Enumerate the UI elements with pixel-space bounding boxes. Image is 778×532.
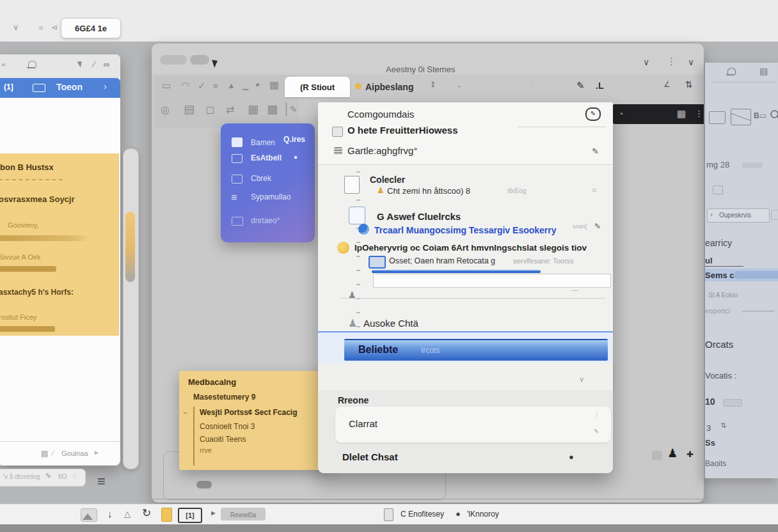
photo-icon[interactable] bbox=[81, 508, 97, 522]
top-chip[interactable]: 6G£4 1e bbox=[61, 18, 121, 38]
tab-active[interactable]: (R Stiout bbox=[285, 77, 350, 97]
yellow-field-label: rostiut Ficey bbox=[0, 313, 36, 321]
grid-dense-icon[interactable]: ▩ bbox=[267, 104, 278, 115]
chevron-right-icon[interactable]: › bbox=[104, 82, 107, 91]
rule bbox=[705, 266, 743, 267]
hamburger-menu-icon[interactable]: ≡ bbox=[97, 474, 106, 489]
group-title[interactable]: Colecler bbox=[370, 175, 405, 185]
underscore-icon[interactable]: ▁ bbox=[242, 82, 248, 90]
pen-icon[interactable]: ✎ bbox=[290, 105, 298, 114]
recycle-icon[interactable]: ↻ bbox=[142, 508, 151, 519]
circle-icon[interactable]: ○ bbox=[592, 186, 596, 194]
thumbnail-icon[interactable] bbox=[369, 256, 386, 269]
table-icon[interactable]: ▦ bbox=[269, 80, 279, 90]
book-icon[interactable]: ▤ bbox=[759, 66, 768, 75]
pencil-icon[interactable]: ✎ bbox=[576, 81, 585, 90]
more-menu-icon[interactable]: ⋮ bbox=[695, 109, 703, 118]
align-icon[interactable]: ≡ bbox=[213, 82, 218, 90]
selected-chip bbox=[734, 271, 778, 279]
left-footer-label[interactable]: Gouinaa bbox=[61, 450, 88, 457]
titlebar-pill-1[interactable] bbox=[160, 55, 187, 65]
group-title[interactable]: IpOeheryvrig oc Coiam 6Art hmvnlngschsla… bbox=[354, 243, 587, 253]
blue-panel-item[interactable]: Cbrek bbox=[251, 174, 271, 183]
chevron-down-icon[interactable]: ∨ bbox=[643, 58, 649, 66]
blue-panel-item[interactable]: EsAtbell bbox=[251, 153, 282, 162]
grid-icon[interactable]: ▦ bbox=[677, 109, 686, 118]
highlight-bar[interactable]: Beliebte Ircots bbox=[344, 339, 608, 361]
sort-az-icon[interactable]: ⇅ bbox=[685, 80, 693, 89]
dot-icon: ● bbox=[457, 84, 460, 88]
menu-item[interactable]: Ccomgoumdais bbox=[347, 109, 414, 120]
link-text[interactable]: Trcaarl Muangocsimg Tessargiv Esookerry bbox=[374, 225, 557, 235]
pen-icon[interactable]: ∕ bbox=[93, 60, 95, 68]
vocatis-label[interactable]: Vocatis : bbox=[705, 371, 736, 380]
pencil-icon[interactable]: ✎ bbox=[594, 223, 601, 230]
questions-button[interactable]: › Oupeskrvis bbox=[707, 208, 770, 223]
main-toolbar: ▭ ◠ ✓ ≡ ▲ ▁ ● ▦ ◎ ▤ ◻ ⇄ ▦ ▩ │ ✎ bbox=[154, 75, 299, 128]
bell-icon[interactable] bbox=[28, 61, 36, 67]
scrollbar-thumb[interactable] bbox=[125, 212, 135, 282]
blue-panel-item[interactable]: dnrtaeo° bbox=[251, 216, 280, 225]
footer-square-icon[interactable] bbox=[652, 451, 662, 460]
shape-icon[interactable]: ▲ bbox=[227, 81, 235, 90]
group-subtitle[interactable]: Cht zemi hn åttscoo) 8 bbox=[387, 186, 470, 196]
yellow-doc-icon[interactable] bbox=[161, 508, 172, 522]
yellow-field-label: Goovieny, bbox=[8, 221, 39, 229]
tab-dot-icon bbox=[355, 83, 361, 90]
equals-icon[interactable]: = bbox=[38, 24, 44, 32]
titlebar-pill-2[interactable] bbox=[190, 55, 209, 65]
chevron-down-icon[interactable]: ∨ bbox=[688, 58, 694, 66]
ac-box-icon[interactable] bbox=[709, 111, 726, 124]
search-icon[interactable] bbox=[770, 110, 778, 118]
square-icon[interactable]: ◻ bbox=[205, 104, 214, 115]
blue-panel-item[interactable]: Sypamullao bbox=[251, 192, 291, 201]
highlight-row[interactable]: Beliebte Ircots bbox=[318, 331, 613, 366]
cursor-icon bbox=[77, 59, 84, 67]
menu-item-delete[interactable]: Dlelet Chsat bbox=[342, 451, 398, 462]
record-icon: ○ bbox=[530, 82, 534, 88]
left-window-header[interactable]: (1] Toeon › bbox=[0, 78, 120, 98]
pencil-icon[interactable]: ✎ bbox=[45, 473, 51, 480]
target-icon[interactable]: ◎ bbox=[161, 105, 170, 115]
task-chip[interactable]: Rewwl0a bbox=[221, 508, 266, 520]
label-icon[interactable]: .L bbox=[596, 81, 603, 91]
comment-icon[interactable]: ▭ bbox=[162, 81, 171, 90]
menu-item[interactable]: Gartle:aghgfrvg° bbox=[347, 145, 417, 156]
chevron-down-icon[interactable]: ∨ bbox=[13, 23, 19, 31]
tool-icon[interactable]: ✚ bbox=[687, 450, 694, 458]
grid-icon[interactable]: ▦ bbox=[248, 104, 258, 115]
chart-box-icon[interactable] bbox=[731, 109, 751, 125]
sort-icon: ⇅ bbox=[720, 422, 726, 429]
one-badge-icon[interactable]: [1] bbox=[178, 508, 202, 523]
group-title[interactable]: G Aswef Cluelrcks bbox=[377, 211, 461, 222]
pencil-icon[interactable]: ✎ bbox=[592, 147, 599, 155]
left-scrollbar[interactable] bbox=[123, 148, 139, 469]
triangle-icon[interactable]: △ bbox=[124, 510, 131, 518]
angle-icon[interactable]: ∠ bbox=[663, 81, 671, 88]
person-icon[interactable]: ♟ bbox=[667, 448, 678, 459]
history-circle-icon[interactable]: ✎ bbox=[585, 107, 601, 121]
more-menu-icon[interactable]: ⋮ bbox=[667, 56, 676, 66]
bell-icon[interactable] bbox=[727, 68, 736, 74]
blue-panel-item[interactable]: Bamen bbox=[251, 138, 275, 147]
menu-item[interactable]: O hete FreuitterHiowess bbox=[347, 125, 458, 136]
swap-icon[interactable]: ⇄ bbox=[226, 105, 234, 115]
orcats-label[interactable]: Orcats bbox=[705, 339, 733, 350]
b-icon[interactable]: B▭ bbox=[754, 111, 766, 120]
layout-icon[interactable]: ▤ bbox=[184, 104, 194, 115]
menu-item[interactable]: Rreone bbox=[338, 395, 369, 405]
task-chip-label: Rewwl0a bbox=[230, 512, 257, 519]
asterisk-icon: ⁑ bbox=[431, 82, 435, 89]
tab-inactive[interactable]: Aipbeslang bbox=[365, 82, 413, 92]
note-chip-label: 'v å dtoredog bbox=[3, 473, 40, 480]
items-label[interactable]: Sems c bbox=[705, 270, 734, 280]
check-icon[interactable]: ✓ bbox=[198, 81, 206, 90]
note-chip[interactable]: 'v å dtoredog ✎ 6O ○ bbox=[0, 469, 86, 487]
cursor-small-icon: ⊲ bbox=[51, 24, 58, 31]
menu-item[interactable]: Ausoke Chtä bbox=[363, 318, 418, 329]
download-icon[interactable]: ↓ bbox=[107, 509, 113, 519]
history-icon[interactable]: ◔ bbox=[618, 109, 623, 118]
menu-item[interactable]: Clarrat bbox=[349, 418, 377, 429]
pin-icon[interactable]: ● bbox=[255, 81, 260, 88]
draw-icon[interactable]: ◠ bbox=[181, 81, 189, 90]
